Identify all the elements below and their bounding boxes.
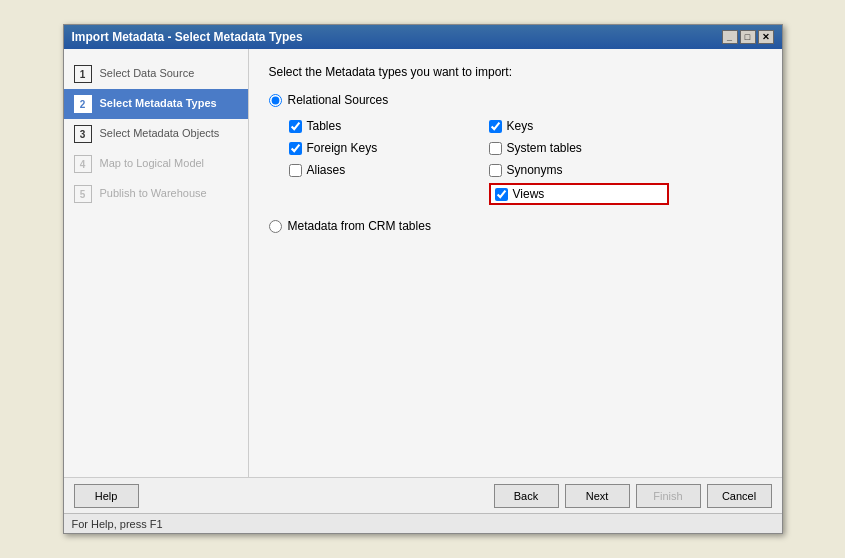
checkbox-foreign-keys[interactable]: Foreign Keys xyxy=(289,139,469,157)
relational-checkboxes: Tables Keys Foreign Keys xyxy=(289,117,762,205)
sidebar-item-select-metadata-types[interactable]: 2 Select Metadata Types xyxy=(64,89,248,119)
checkbox-system-tables[interactable]: System tables xyxy=(489,139,669,157)
sidebar-item-map-to-logical-model: 4 Map to Logical Model xyxy=(64,149,248,179)
step-number-1: 1 xyxy=(74,65,92,83)
sidebar: 1 Select Data Source 2 Select Metadata T… xyxy=(64,49,249,477)
checkbox-keys[interactable]: Keys xyxy=(489,117,669,135)
radio-relational-label: Relational Sources xyxy=(288,93,389,107)
checkbox-system-tables-input[interactable] xyxy=(489,142,502,155)
radio-crm-label: Metadata from CRM tables xyxy=(288,219,431,233)
checkbox-foreign-keys-label: Foreign Keys xyxy=(307,141,378,155)
checkbox-synonyms-label: Synonyms xyxy=(507,163,563,177)
checkbox-aliases-input[interactable] xyxy=(289,164,302,177)
radio-relational-option[interactable]: Relational Sources xyxy=(269,93,762,107)
window-title: Import Metadata - Select Metadata Types xyxy=(72,30,303,44)
title-bar: Import Metadata - Select Metadata Types … xyxy=(64,25,782,49)
checkbox-keys-input[interactable] xyxy=(489,120,502,133)
checkbox-tables[interactable]: Tables xyxy=(289,117,469,135)
checkbox-aliases[interactable]: Aliases xyxy=(289,161,469,179)
checkbox-synonyms[interactable]: Synonyms xyxy=(489,161,669,179)
step-number-5: 5 xyxy=(74,185,92,203)
checkbox-views[interactable]: Views xyxy=(489,183,669,205)
sidebar-label-5: Publish to Warehouse xyxy=(100,185,207,200)
radio-crm-option[interactable]: Metadata from CRM tables xyxy=(269,219,762,233)
back-button[interactable]: Back xyxy=(494,484,559,508)
radio-relational-input[interactable] xyxy=(269,94,282,107)
status-text: For Help, press F1 xyxy=(72,518,163,530)
restore-button[interactable]: □ xyxy=(740,30,756,44)
sidebar-item-select-metadata-objects[interactable]: 3 Select Metadata Objects xyxy=(64,119,248,149)
checkbox-aliases-label: Aliases xyxy=(307,163,346,177)
step-number-4: 4 xyxy=(74,155,92,173)
main-area: 1 Select Data Source 2 Select Metadata T… xyxy=(64,49,782,477)
main-window: Import Metadata - Select Metadata Types … xyxy=(63,24,783,534)
sidebar-label-1: Select Data Source xyxy=(100,65,195,80)
checkbox-foreign-keys-input[interactable] xyxy=(289,142,302,155)
sidebar-item-select-data-source[interactable]: 1 Select Data Source xyxy=(64,59,248,89)
footer-right: Back Next Finish Cancel xyxy=(494,484,772,508)
checkbox-views-label: Views xyxy=(513,187,545,201)
finish-button: Finish xyxy=(636,484,701,508)
help-button[interactable]: Help xyxy=(74,484,139,508)
checkbox-tables-label: Tables xyxy=(307,119,342,133)
sidebar-label-4: Map to Logical Model xyxy=(100,155,205,170)
checkbox-synonyms-input[interactable] xyxy=(489,164,502,177)
window-body: 1 Select Data Source 2 Select Metadata T… xyxy=(64,49,782,533)
radio-group-relational: Relational Sources Tables Keys xyxy=(269,93,762,205)
close-button[interactable]: ✕ xyxy=(758,30,774,44)
sidebar-label-2: Select Metadata Types xyxy=(100,95,217,110)
checkbox-keys-label: Keys xyxy=(507,119,534,133)
step-number-3: 3 xyxy=(74,125,92,143)
sidebar-label-3: Select Metadata Objects xyxy=(100,125,220,140)
footer-left: Help xyxy=(74,484,139,508)
minimize-button[interactable]: _ xyxy=(722,30,738,44)
radio-crm-input[interactable] xyxy=(269,220,282,233)
next-button[interactable]: Next xyxy=(565,484,630,508)
sidebar-item-publish-to-warehouse: 5 Publish to Warehouse xyxy=(64,179,248,209)
content-area: Select the Metadata types you want to im… xyxy=(249,49,782,477)
checkbox-tables-input[interactable] xyxy=(289,120,302,133)
footer-bar: Help Back Next Finish Cancel xyxy=(64,477,782,513)
title-bar-controls: _ □ ✕ xyxy=(722,30,774,44)
checkbox-system-tables-label: System tables xyxy=(507,141,582,155)
cancel-button[interactable]: Cancel xyxy=(707,484,772,508)
step-number-2: 2 xyxy=(74,95,92,113)
checkbox-views-input[interactable] xyxy=(495,188,508,201)
status-bar: For Help, press F1 xyxy=(64,513,782,533)
content-title: Select the Metadata types you want to im… xyxy=(269,65,762,79)
